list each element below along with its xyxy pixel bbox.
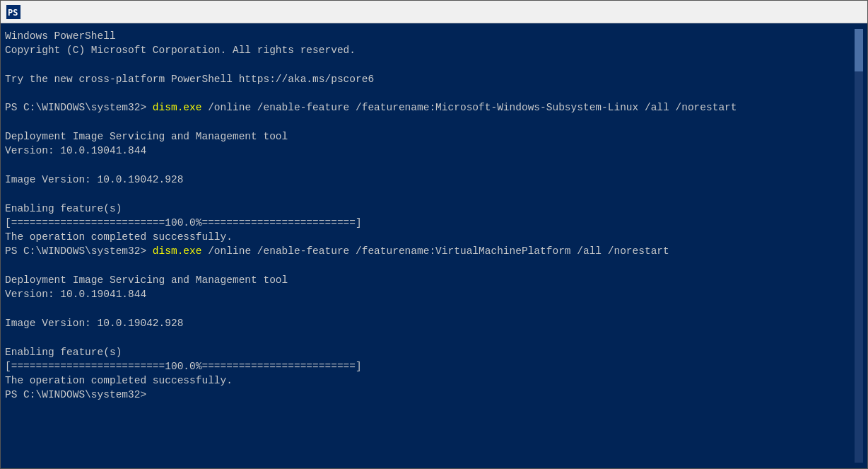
scrollbar-thumb[interactable] (855, 29, 863, 71)
terminal-line: Deployment Image Servicing and Managemen… (5, 273, 855, 287)
terminal-line (5, 115, 855, 129)
terminal-line: Windows PowerShell (5, 29, 855, 43)
terminal-line: Image Version: 10.0.19042.928 (5, 173, 855, 187)
terminal-line: Try the new cross-platform PowerShell ht… (5, 72, 855, 86)
terminal-line (5, 330, 855, 344)
terminal-line (5, 187, 855, 201)
minimize-button[interactable] (770, 1, 802, 23)
terminal-line (5, 158, 855, 173)
terminal-line: The operation completed successfully. (5, 230, 855, 244)
terminal-line: The operation completed successfully. (5, 374, 855, 388)
terminal-line (5, 86, 855, 100)
terminal-line (5, 302, 855, 316)
svg-text:PS: PS (8, 8, 18, 18)
terminal-line: Deployment Image Servicing and Managemen… (5, 129, 855, 144)
terminal-line: Enabling feature(s) (5, 202, 855, 216)
terminal-line: Enabling feature(s) (5, 345, 855, 359)
close-button[interactable] (835, 1, 867, 23)
scrollbar[interactable] (855, 29, 863, 463)
terminal-line (5, 259, 855, 273)
terminal-content: Windows PowerShellCopyright (C) Microsof… (5, 29, 855, 463)
terminal-line: PS C:\WINDOWS\system32> dism.exe /online… (5, 100, 855, 115)
window-controls (770, 1, 867, 23)
terminal[interactable]: Windows PowerShellCopyright (C) Microsof… (1, 23, 867, 468)
terminal-line: [=========================100.0%========… (5, 216, 855, 230)
terminal-line: PS C:\WINDOWS\system32> (5, 388, 855, 402)
maximize-button[interactable] (802, 1, 835, 23)
terminal-line: Version: 10.0.19041.844 (5, 144, 855, 158)
powershell-window: PS Windows PowerShellCopyright (C) Micro… (0, 0, 868, 469)
terminal-line: PS C:\WINDOWS\system32> dism.exe /online… (5, 244, 855, 258)
terminal-line: Image Version: 10.0.19042.928 (5, 316, 855, 330)
titlebar: PS (1, 1, 867, 23)
powershell-icon: PS (6, 5, 20, 19)
terminal-line: [=========================100.0%========… (5, 359, 855, 374)
terminal-line: Version: 10.0.19041.844 (5, 287, 855, 301)
terminal-line (5, 58, 855, 72)
terminal-line: Copyright (C) Microsoft Corporation. All… (5, 43, 855, 57)
